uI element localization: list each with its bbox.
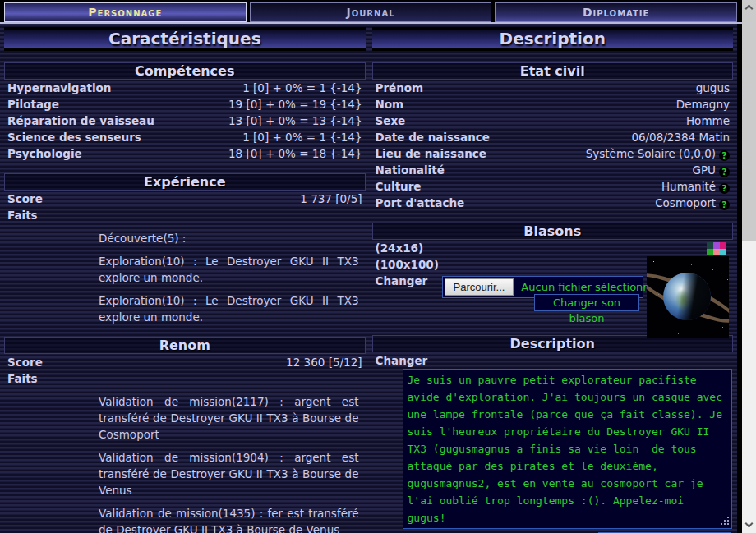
etat-civil-row: Prénomgugus — [372, 80, 734, 96]
scroll-down-icon — [745, 520, 754, 528]
skill-value: 18 [0] + 0% = 18 {-14} — [228, 145, 362, 162]
skill-name: Pilotage — [7, 96, 59, 113]
tab-journal[interactable]: Journal — [250, 2, 492, 22]
left-column-title: Caractéristiques — [4, 27, 366, 51]
skill-value: 1 [0] + 0% = 1 {-14} — [242, 80, 362, 96]
score-label: Score — [7, 354, 43, 370]
etat-civil-list: PrénomgugusNomDemagnySexeHommeDate de na… — [372, 80, 734, 211]
scrollbar-thumb[interactable] — [742, 0, 756, 241]
right-column: Description Etat civil PrénomgugusNomDem… — [372, 24, 734, 533]
fact-item: Validation de mission(1435) : fer est tr… — [99, 505, 359, 533]
etat-civil-row: SexeHomme — [372, 113, 734, 129]
etat-civil-row: CultureHumanité? — [372, 178, 734, 195]
skills-list: Hypernavigation1 [0] + 0% = 1 {-14}Pilot… — [4, 80, 366, 162]
experience-facts: Découverte(5) :Exploration(10) : Le Dest… — [99, 230, 359, 325]
fact-item: Découverte(5) : — [99, 230, 359, 246]
section-header-renom: Renom — [4, 337, 366, 354]
tab-diplomatie[interactable]: Diplomatie — [495, 2, 737, 22]
mini-blason-cell — [713, 249, 720, 255]
skill-name: Psychologie — [7, 145, 82, 162]
etat-civil-label: Sexe — [376, 113, 406, 129]
skill-row: Science des senseurs1 [0] + 0% = 1 {-14} — [4, 129, 366, 145]
right-column-title: Description — [372, 27, 734, 51]
etat-civil-row: Lieu de naissanceSystème Solaire (0,0,0)… — [372, 145, 734, 162]
description-changer-label: Changer — [372, 352, 734, 369]
skill-name: Science des senseurs — [7, 129, 141, 145]
etat-civil-label: Culture — [376, 178, 422, 195]
etat-civil-label: Nationalité — [376, 162, 445, 178]
etat-civil-value: Système Solaire (0,0,0)? — [586, 145, 730, 162]
skill-name: Réparation de vaisseau — [7, 113, 154, 129]
change-blason-button[interactable]: Changer son blason — [534, 294, 639, 311]
etat-civil-row: NomDemagny — [372, 96, 734, 113]
section-header-etat-civil: Etat civil — [372, 62, 734, 80]
etat-civil-value: Cosmoport? — [655, 195, 730, 211]
skill-row: Pilotage19 [0] + 0% = 19 {-14} — [4, 96, 366, 113]
etat-civil-label: Port d'attache — [376, 195, 465, 211]
skill-value: 19 [0] + 0% = 19 {-14} — [228, 96, 362, 113]
help-icon[interactable]: ? — [719, 183, 730, 194]
help-icon[interactable]: ? — [719, 150, 730, 161]
etat-civil-label: Prénom — [376, 80, 424, 96]
etat-civil-label: Nom — [376, 96, 404, 113]
mini-blason-image — [707, 242, 726, 255]
etat-civil-row: NationalitéGPU? — [372, 162, 734, 178]
blason-size-small-label: (24x16) — [372, 240, 734, 256]
game-page: Personnage Journal Diplomatie Caractéris… — [0, 0, 756, 533]
etat-civil-value: gugus — [696, 80, 730, 96]
renom-faits-label: Faits — [4, 370, 366, 387]
vertical-scrollbar[interactable] — [742, 0, 756, 533]
skill-row: Psychologie18 [0] + 0% = 18 {-14} — [4, 145, 366, 162]
fact-item: Validation de mission(2117) : argent est… — [99, 393, 359, 443]
fact-item: Validation de mission(1904) : argent est… — [99, 449, 359, 499]
skill-value: 1 [0] + 0% = 1 {-14} — [242, 129, 362, 145]
help-icon[interactable]: ? — [719, 167, 730, 177]
fact-item: Exploration(10) : Le Destroyer GKU II TX… — [99, 292, 359, 325]
skill-row: Réparation de vaisseau13 [0] + 0% = 13 {… — [4, 113, 366, 129]
scroll-up-icon[interactable] — [745, 5, 754, 13]
etat-civil-row: Port d'attacheCosmoport? — [372, 195, 734, 211]
section-header-experience: Expérience — [4, 173, 366, 191]
help-icon[interactable]: ? — [719, 200, 730, 210]
skill-row: Hypernavigation1 [0] + 0% = 1 {-14} — [4, 80, 366, 96]
browse-button[interactable]: Parcourir... — [445, 278, 514, 296]
section-header-competences: Compétences — [4, 62, 366, 80]
description-textarea[interactable]: Je suis un pauvre petit explorateur paci… — [403, 369, 732, 529]
mini-blason-cell — [707, 249, 713, 255]
description-editor: Je suis un pauvre petit explorateur paci… — [403, 369, 732, 529]
experience-faits-label: Faits — [4, 207, 366, 223]
left-column: Caractéristiques Compétences Hypernaviga… — [4, 24, 366, 533]
etat-civil-value: Humanité? — [662, 178, 730, 195]
mini-blason-cell — [720, 249, 726, 255]
mini-blason-cell — [713, 242, 720, 249]
renom-facts: Validation de mission(2117) : argent est… — [99, 393, 359, 533]
etat-civil-value: GPU? — [693, 162, 730, 178]
tab-personnage[interactable]: Personnage — [4, 2, 247, 22]
etat-civil-label: Date de naissance — [376, 129, 490, 145]
experience-score-value: 1 737 [0/5] — [300, 191, 362, 207]
scroll-down-button[interactable] — [742, 518, 756, 533]
resize-handle-icon[interactable] — [727, 517, 729, 518]
score-label: Score — [7, 191, 43, 207]
tab-bar: Personnage Journal Diplomatie — [0, 2, 742, 24]
blason-planet-image — [647, 256, 729, 338]
etat-civil-value: 06/08/2384 Matin — [631, 129, 730, 145]
main-content: Caractéristiques Compétences Hypernaviga… — [0, 24, 742, 533]
section-header-blasons: Blasons — [372, 223, 734, 240]
starfield — [653, 261, 654, 262]
renom-score-value: 12 360 [5/12] — [286, 354, 362, 370]
no-file-selected-text: Aucun fichier sélectionné. — [521, 281, 659, 293]
fact-item: Exploration(10) : Le Destroyer GKU II TX… — [99, 253, 359, 286]
blasons-content: (24x16) (100x100) Changer Parcourir... A… — [372, 240, 734, 324]
etat-civil-row: Date de naissance06/08/2384 Matin — [372, 129, 734, 145]
mini-blason-cell — [707, 242, 713, 249]
experience-score-row: Score 1 737 [0/5] — [4, 191, 366, 207]
etat-civil-value: Homme — [686, 113, 730, 129]
planet-shadow — [663, 273, 711, 320]
skill-name: Hypernavigation — [7, 80, 111, 96]
skill-value: 13 [0] + 0% = 13 {-14} — [228, 113, 362, 129]
mini-blason-cell — [720, 242, 726, 249]
renom-score-row: Score 12 360 [5/12] — [4, 354, 366, 370]
etat-civil-value: Demagny — [676, 96, 730, 113]
etat-civil-label: Lieu de naissance — [376, 145, 487, 162]
